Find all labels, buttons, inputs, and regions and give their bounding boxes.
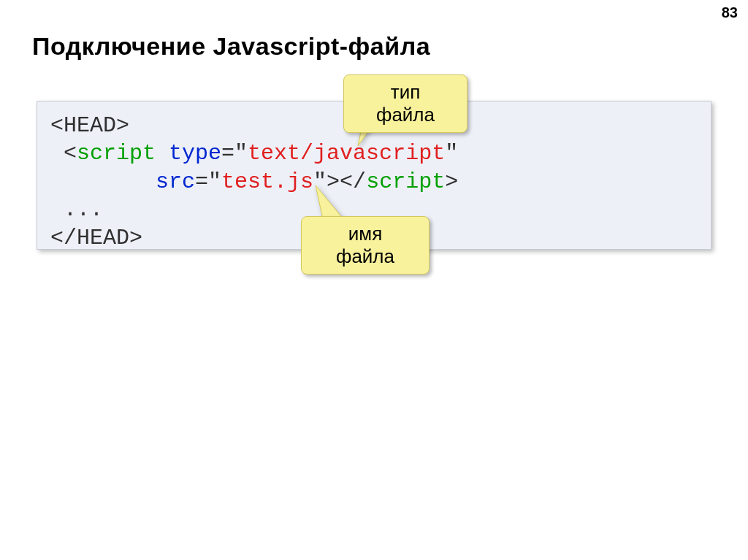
code-l2-sp <box>156 141 169 166</box>
page-number: 83 <box>722 4 738 21</box>
callout-file-type: тип файла <box>343 74 468 133</box>
code-l3-gt: > <box>445 169 458 194</box>
code-l2-val-type: text/javascript <box>248 141 445 166</box>
code-l2-indent: < <box>50 141 77 166</box>
code-l3-val-src: test.js <box>221 169 313 194</box>
code-l3-eq: =" <box>195 169 221 194</box>
code-l3-clo: </ <box>340 169 366 194</box>
code-l3-tag: script <box>366 169 445 194</box>
code-head-close: </HEAD> <box>50 226 142 250</box>
code-l3-attr-src: src <box>156 169 195 194</box>
slide-title: Подключение Javascript-файла <box>32 32 430 61</box>
code-l2-q: " <box>445 141 458 166</box>
slide: { "page_number": "83", "title": "Подключ… <box>0 0 748 560</box>
code-l3-indent <box>50 169 156 194</box>
callout-file-name: имя файла <box>301 216 430 275</box>
code-l2-attr-type: type <box>169 141 221 166</box>
code-l2-tag: script <box>77 141 156 166</box>
code-l2-eq: =" <box>221 141 248 166</box>
code-l3-qgt: "> <box>313 169 340 194</box>
code-head-open: <HEAD> <box>50 113 129 138</box>
code-l4: ... <box>50 197 103 222</box>
